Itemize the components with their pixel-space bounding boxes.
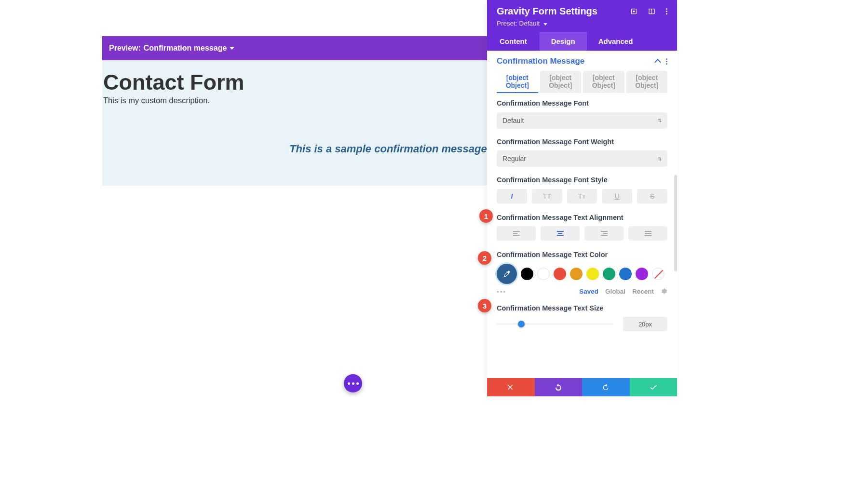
kebab-menu-icon[interactable] xyxy=(666,8,667,14)
underline-button[interactable]: U xyxy=(602,189,632,203)
color-swatch-green[interactable] xyxy=(603,268,615,280)
close-icon xyxy=(507,383,515,391)
text-size-input[interactable]: 20px xyxy=(623,317,667,331)
undo-button[interactable] xyxy=(535,378,583,396)
color-tab-recent[interactable]: Recent xyxy=(632,288,654,295)
uppercase-button[interactable]: TT xyxy=(532,189,562,203)
subtab-4[interactable]: [object Object] xyxy=(626,71,668,93)
gear-icon[interactable] xyxy=(661,288,667,295)
text-size-slider[interactable] xyxy=(497,324,613,324)
expand-icon[interactable] xyxy=(630,8,637,15)
section-title: Confirmation Message xyxy=(497,56,584,66)
chevron-down-icon xyxy=(230,47,234,50)
panel-tabs: Content Design Advanced xyxy=(487,32,677,51)
section-header[interactable]: Confirmation Message xyxy=(497,56,667,66)
font-label: Confirmation Message Font xyxy=(497,99,667,108)
italic-button[interactable]: I xyxy=(497,189,527,203)
color-swatch-blue[interactable] xyxy=(619,268,632,280)
color-swatch-purple[interactable] xyxy=(636,268,648,280)
preset-selector[interactable]: Preset: Default xyxy=(497,20,667,27)
slider-thumb[interactable] xyxy=(518,321,525,327)
chevron-down-icon xyxy=(543,23,547,26)
color-tab-saved[interactable]: Saved xyxy=(579,288,598,295)
settings-panel: Gravity Form Settings Preset: Default Co… xyxy=(487,0,677,396)
save-button[interactable] xyxy=(630,378,678,396)
redo-button[interactable] xyxy=(582,378,630,396)
color-picker-current[interactable] xyxy=(497,264,517,284)
preset-label: Preset: xyxy=(497,20,517,27)
tab-advanced[interactable]: Advanced xyxy=(587,32,645,51)
more-colors-icon[interactable]: ••• xyxy=(497,288,506,295)
font-weight-value: Regular xyxy=(502,155,526,162)
font-value: Default xyxy=(502,117,524,124)
annotation-badge-3: 3 xyxy=(478,299,491,312)
annotation-badge-2: 2 xyxy=(478,251,491,265)
color-swatch-black[interactable] xyxy=(521,268,533,280)
text-size-label: Confirmation Message Text Size xyxy=(497,304,667,313)
panel-title: Gravity Form Settings xyxy=(497,6,597,17)
module-options-fab[interactable] xyxy=(344,374,362,392)
panel-header: Gravity Form Settings Preset: Default xyxy=(487,0,677,32)
color-swatch-white[interactable] xyxy=(537,268,550,280)
smallcaps-button[interactable]: Tᴛ xyxy=(567,189,597,203)
align-justify-button[interactable] xyxy=(628,226,667,241)
color-swatch-red[interactable] xyxy=(554,268,566,280)
undo-icon xyxy=(555,383,562,391)
panel-body[interactable]: Confirmation Message [object Object] [ob… xyxy=(487,51,677,378)
preset-value: Default xyxy=(519,20,540,27)
check-icon xyxy=(649,383,658,392)
tab-content[interactable]: Content xyxy=(487,32,540,51)
font-weight-select[interactable]: Regular ⇅ xyxy=(497,150,667,167)
eyedropper-icon xyxy=(502,270,511,278)
align-center-button[interactable] xyxy=(541,226,580,241)
layout-icon[interactable] xyxy=(648,8,655,15)
align-left-button[interactable] xyxy=(497,226,536,241)
font-select[interactable]: Default ⇅ xyxy=(497,112,667,129)
section-kebab-icon[interactable] xyxy=(666,58,667,65)
font-style-label: Confirmation Message Font Style xyxy=(497,176,667,185)
font-weight-label: Confirmation Message Font Weight xyxy=(497,137,667,147)
alignment-label: Confirmation Message Text Alignment xyxy=(497,213,667,223)
annotation-badge-1: 1 xyxy=(479,209,493,223)
subtab-2[interactable]: [object Object] xyxy=(540,71,582,93)
align-right-button[interactable] xyxy=(584,226,624,241)
select-chevron-icon: ⇅ xyxy=(658,118,662,123)
preview-label: Preview: xyxy=(109,44,141,53)
preview-selected-value: Confirmation message xyxy=(144,44,227,53)
style-subtabs: [object Object] [object Object] [object … xyxy=(497,71,667,93)
svg-point-1 xyxy=(633,11,635,12)
subtab-3[interactable]: [object Object] xyxy=(583,71,624,93)
text-color-label: Confirmation Message Text Color xyxy=(497,250,667,260)
color-swatch-none[interactable] xyxy=(652,268,665,280)
subtab-1[interactable]: [object Object] xyxy=(497,71,538,93)
color-tab-global[interactable]: Global xyxy=(605,288,625,295)
redo-icon xyxy=(602,383,610,391)
color-swatch-orange[interactable] xyxy=(570,268,583,280)
scrollbar[interactable] xyxy=(674,175,677,271)
tab-design[interactable]: Design xyxy=(540,32,587,51)
select-chevron-icon: ⇅ xyxy=(658,156,662,162)
panel-footer xyxy=(487,378,677,396)
collapse-icon[interactable] xyxy=(654,59,661,66)
cancel-button[interactable] xyxy=(487,378,535,396)
color-swatch-yellow[interactable] xyxy=(586,268,599,280)
strikethrough-button[interactable]: S xyxy=(637,189,667,203)
